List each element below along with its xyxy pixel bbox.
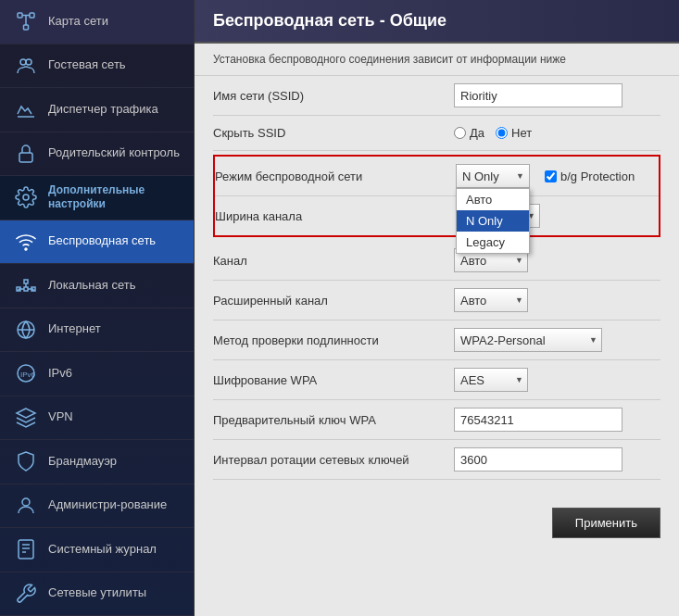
sidebar-item-traffic[interactable]: Диспетчер трафика (0, 88, 194, 132)
ssid-label: Имя сети (SSID) (213, 89, 454, 103)
svg-rect-8 (19, 153, 32, 162)
auth-method-row: Метод проверки подлинности WPA2-Personal (213, 321, 660, 360)
sidebar-item-firewall[interactable]: Брандмауэр (0, 440, 194, 484)
ssid-input[interactable] (454, 83, 622, 107)
sidebar-label-parental: Родительский контроль (48, 145, 182, 161)
sidebar-label-ipv6: IPv6 (48, 366, 182, 382)
form-area: Имя сети (SSID) Скрыть SSID Да Нет (195, 76, 679, 616)
sidebar-item-parental[interactable]: Родительский контроль (0, 132, 194, 177)
ssid-control (454, 83, 660, 107)
wpa-key-row: Предварительный ключ WPA (213, 400, 660, 440)
channel-width-label: Ширина канала (215, 209, 456, 223)
sidebar-item-vpn[interactable]: VPN (0, 396, 194, 441)
wpa-encryption-dropdown-wrapper: AES (454, 368, 528, 392)
key-rotation-control (454, 447, 660, 471)
globe-icon (11, 315, 41, 345)
sidebar-item-lan[interactable]: Локальная сеть (0, 264, 194, 308)
hide-ssid-no-label[interactable]: Нет (496, 126, 532, 140)
ext-channel-dropdown[interactable]: Авто (454, 288, 528, 312)
sidebar-item-ipv6[interactable]: IPv6 IPv6 (0, 352, 194, 396)
page-header: Беспроводная сеть - Общие (195, 0, 679, 44)
red-border-section: Режим беспроводной сети N Only ▼ Авто (213, 155, 660, 237)
hide-ssid-no-radio[interactable] (496, 127, 508, 139)
mode-option-legacy[interactable]: Legacy (457, 232, 529, 253)
tools-icon (11, 579, 41, 609)
sidebar-item-syslog[interactable]: Системный журнал (0, 528, 194, 572)
wpa-encryption-dropdown[interactable]: AES (454, 368, 528, 392)
wireless-mode-dropdown[interactable]: N Only ▼ (456, 164, 530, 188)
sidebar-item-advanced[interactable]: Дополнительные настройки (0, 176, 194, 220)
admin-icon (11, 491, 41, 521)
ext-channel-label: Расширенный канал (213, 294, 454, 308)
wireless-mode-control: N Only ▼ Авто N Only Leg (456, 164, 659, 188)
wireless-mode-row: Режим беспроводной сети N Only ▼ Авто (215, 157, 659, 196)
auth-method-dropdown[interactable]: WPA2-Personal (454, 328, 602, 352)
sidebar-item-network-map[interactable]: Карта сети (0, 0, 194, 44)
vpn-icon (11, 403, 41, 433)
sidebar-label-advanced: Дополнительные настройки (48, 183, 182, 212)
wpa-key-label: Предварительный ключ WPA (213, 413, 454, 427)
sidebar-item-tools[interactable]: Сетевые утилиты (0, 572, 194, 617)
svg-point-24 (22, 498, 30, 506)
wireless-mode-dropdown-wrapper: N Only ▼ Авто N Only Leg (456, 164, 530, 188)
wireless-mode-popup: Авто N Only Legacy (456, 188, 530, 254)
wpa-encryption-label: Шифрование WPA (213, 373, 454, 387)
key-rotation-input[interactable] (454, 447, 622, 471)
sidebar-item-admin[interactable]: Администри-рование (0, 484, 194, 529)
sidebar-label-admin: Администри-рование (48, 497, 182, 513)
mode-option-auto[interactable]: Авто (457, 189, 529, 210)
ext-channel-row: Расширенный канал Авто (213, 281, 660, 321)
ipv6-icon: IPv6 (11, 358, 41, 388)
bg-protection-label[interactable]: b/g Protection (545, 170, 635, 183)
sidebar-item-guest-network[interactable]: Гостевая сеть (0, 44, 194, 89)
sidebar-label-lan: Локальная сеть (48, 278, 182, 294)
network-map-icon (11, 6, 41, 36)
page-subtitle: Установка беспроводного соединения завис… (195, 44, 679, 76)
channel-width-row: Ширина канала 20/40 MHz 20 MHz (215, 196, 659, 235)
auth-method-label: Метод проверки подлинности (213, 333, 454, 347)
svg-rect-1 (30, 13, 34, 18)
wireless-mode-label: Режим беспроводной сети (215, 170, 456, 183)
wifi-icon (11, 227, 41, 257)
ext-channel-dropdown-wrapper: Авто (454, 288, 528, 312)
hide-ssid-yes-label[interactable]: Да (454, 126, 484, 140)
lan-icon (11, 270, 41, 300)
guest-icon (11, 51, 41, 81)
sidebar-label-tools: Сетевые утилиты (48, 585, 182, 601)
key-rotation-row: Интервал ротации сетевых ключей (213, 440, 660, 480)
wpa-encryption-control: AES (454, 368, 660, 392)
svg-rect-0 (18, 13, 22, 18)
bg-protection-checkbox[interactable] (545, 170, 557, 182)
ext-channel-control: Авто (454, 288, 660, 312)
hide-ssid-yes-radio[interactable] (454, 127, 466, 139)
svg-point-6 (26, 59, 31, 65)
advanced-icon (11, 182, 41, 212)
wpa-key-input[interactable] (454, 408, 622, 432)
parental-icon (11, 139, 41, 169)
hide-ssid-label: Скрыть SSID (213, 126, 454, 140)
sidebar-item-internet[interactable]: Интернет (0, 308, 194, 353)
svg-rect-25 (19, 540, 33, 559)
sidebar-label-guest: Гостевая сеть (48, 57, 182, 73)
wpa-encryption-row: Шифрование WPA AES (213, 360, 660, 400)
hide-ssid-row: Скрыть SSID Да Нет (213, 116, 660, 151)
svg-rect-2 (24, 25, 29, 30)
sidebar-item-wireless[interactable]: Беспроводная сеть (0, 220, 194, 265)
page-title: Беспроводная сеть - Общие (213, 11, 446, 30)
sidebar-label-internet: Интернет (48, 321, 182, 337)
apply-button[interactable]: Применить (552, 508, 660, 538)
main-content: Беспроводная сеть - Общие Установка бесп… (195, 0, 679, 616)
sidebar-label-firewall: Брандмауэр (48, 454, 182, 470)
sidebar-label-traffic: Диспетчер трафика (48, 102, 182, 118)
svg-rect-14 (24, 280, 28, 283)
firewall-icon (11, 446, 41, 476)
mode-option-nonly[interactable]: N Only (457, 210, 529, 232)
channel-row: Канал Авто (213, 241, 660, 281)
auth-method-control: WPA2-Personal (454, 328, 660, 352)
traffic-icon (11, 94, 41, 124)
sidebar-label-vpn: VPN (48, 409, 182, 425)
channel-label: Канал (213, 254, 454, 268)
svg-text:IPv6: IPv6 (20, 371, 36, 379)
log-icon (11, 534, 41, 564)
svg-point-10 (25, 248, 27, 250)
